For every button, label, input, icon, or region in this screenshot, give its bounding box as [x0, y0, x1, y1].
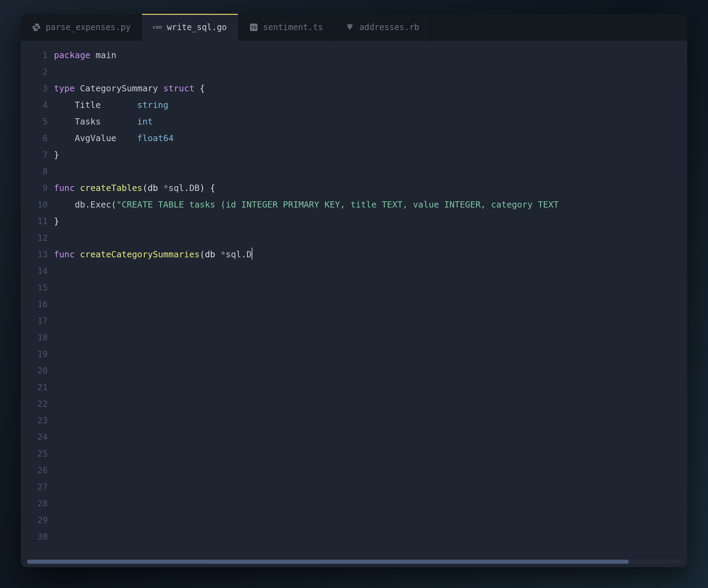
token: "CREATE TABLE tasks (id INTEGER PRIMARY …	[117, 200, 559, 210]
line-number: 25	[21, 445, 48, 462]
token: *	[221, 249, 226, 259]
line-number: 27	[21, 479, 48, 495]
line-number: 18	[21, 329, 48, 346]
token: Tasks	[54, 117, 137, 127]
token	[75, 249, 80, 259]
token: type	[54, 83, 75, 93]
line-number: 28	[21, 495, 48, 512]
code-line[interactable]	[54, 495, 687, 512]
code-line[interactable]	[54, 263, 687, 279]
go-icon	[153, 23, 162, 32]
code-line[interactable]	[54, 429, 687, 445]
token: *	[163, 183, 168, 193]
line-number: 21	[21, 379, 48, 396]
horizontal-scrollbar[interactable]	[27, 560, 681, 564]
code-line[interactable]	[54, 296, 687, 313]
code-line[interactable]: Tasks int	[54, 113, 687, 130]
token: Title	[54, 100, 137, 110]
line-number: 8	[21, 163, 48, 180]
line-number: 13	[21, 246, 48, 263]
line-number: 23	[21, 412, 48, 429]
line-number: 11	[21, 213, 48, 230]
line-number: 29	[21, 512, 48, 529]
tab-addresses[interactable]: addresses.rb	[334, 14, 430, 41]
token: (db	[199, 249, 220, 259]
svg-point-3	[156, 26, 158, 29]
line-number: 26	[21, 462, 48, 479]
token: createTables	[80, 183, 142, 193]
line-number: 22	[21, 396, 48, 412]
code-line[interactable]	[54, 379, 687, 396]
code-line[interactable]: type CategorySummary struct {	[54, 80, 687, 97]
code-line[interactable]	[54, 329, 687, 346]
token: main	[95, 50, 116, 60]
code-line[interactable]	[54, 163, 687, 180]
token: CategorySummary	[80, 83, 158, 93]
code-line[interactable]	[54, 396, 687, 412]
text-cursor	[252, 248, 252, 259]
code-line[interactable]	[54, 412, 687, 429]
code-line[interactable]	[54, 462, 687, 479]
code-area[interactable]: 1234567891011121314151617181920212223242…	[21, 41, 687, 567]
svg-text:TS: TS	[251, 25, 256, 30]
code-line[interactable]: package main	[54, 47, 687, 64]
tab-write-sql[interactable]: write_sql.go	[142, 14, 238, 41]
token: struct	[163, 83, 194, 93]
token: string	[137, 100, 168, 110]
typescript-icon: TS	[249, 23, 258, 32]
python-icon	[32, 23, 41, 32]
code-line[interactable]	[54, 479, 687, 495]
code-line[interactable]	[54, 64, 687, 80]
line-number: 3	[21, 80, 48, 97]
line-number: 12	[21, 230, 48, 246]
tab-label: parse_expenses.py	[46, 22, 131, 32]
code-line[interactable]: Title string	[54, 97, 687, 113]
token: createCategorySummaries	[80, 249, 199, 259]
code-line[interactable]	[54, 313, 687, 329]
line-number: 6	[21, 130, 48, 147]
code-line[interactable]: }	[54, 147, 687, 163]
token	[75, 83, 80, 93]
token: int	[137, 117, 153, 127]
code-content[interactable]: package maintype CategorySummary struct …	[54, 47, 687, 567]
tab-label: addresses.rb	[359, 22, 419, 32]
line-number: 2	[21, 64, 48, 80]
code-line[interactable]	[54, 512, 687, 529]
tab-label: sentiment.ts	[263, 22, 323, 32]
token: float64	[137, 133, 174, 143]
tab-sentiment[interactable]: TS sentiment.ts	[238, 14, 334, 41]
tab-bar: parse_expenses.py write_sql.go TS sentim…	[21, 14, 687, 41]
line-number: 24	[21, 429, 48, 445]
editor-window: parse_expenses.py write_sql.go TS sentim…	[21, 14, 687, 567]
token: sql.D	[226, 249, 252, 259]
token: func	[54, 249, 75, 259]
line-number-gutter: 1234567891011121314151617181920212223242…	[21, 47, 54, 567]
code-line[interactable]	[54, 279, 687, 296]
token	[90, 50, 95, 60]
token: func	[54, 183, 75, 193]
line-number: 4	[21, 97, 48, 113]
line-number: 16	[21, 296, 48, 313]
line-number: 30	[21, 529, 48, 545]
token: }	[54, 150, 59, 160]
svg-point-4	[159, 26, 161, 29]
code-line[interactable]: func createCategorySummaries(db *sql.D	[54, 246, 687, 263]
line-number: 15	[21, 279, 48, 296]
code-line[interactable]	[54, 529, 687, 545]
token: AvgValue	[54, 133, 137, 143]
code-line[interactable]	[54, 230, 687, 246]
line-number: 14	[21, 263, 48, 279]
code-line[interactable]: AvgValue float64	[54, 130, 687, 147]
line-number: 19	[21, 346, 48, 362]
code-line[interactable]	[54, 346, 687, 362]
token: (db	[142, 183, 163, 193]
code-line[interactable]	[54, 362, 687, 379]
token: db.Exec(	[54, 200, 117, 210]
tab-parse-expenses[interactable]: parse_expenses.py	[21, 14, 142, 41]
code-line[interactable]: func createTables(db *sql.DB) {	[54, 180, 687, 196]
code-line[interactable]: }	[54, 213, 687, 230]
horizontal-scrollbar-thumb[interactable]	[27, 560, 629, 564]
code-line[interactable]: db.Exec("CREATE TABLE tasks (id INTEGER …	[54, 196, 687, 213]
code-line[interactable]	[54, 445, 687, 462]
line-number: 5	[21, 113, 48, 130]
